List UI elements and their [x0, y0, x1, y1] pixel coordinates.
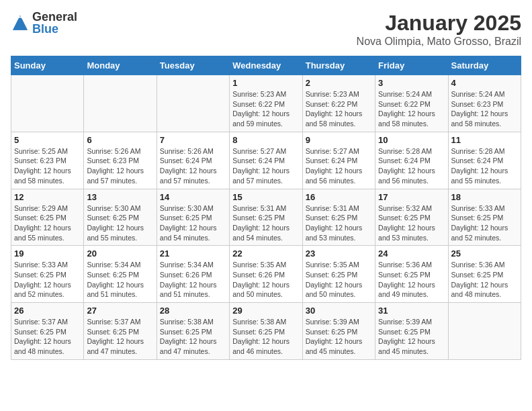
day-info: Sunrise: 5:29 AMSunset: 6:25 PMDaylight:…: [14, 203, 81, 243]
title-block: January 2025 Nova Olimpia, Mato Grosso, …: [357, 11, 521, 48]
logo-icon: [11, 13, 30, 32]
day-cell-25: 25Sunrise: 5:36 AMSunset: 6:25 PMDayligh…: [448, 246, 521, 303]
day-info: Sunrise: 5:27 AMSunset: 6:24 PMDaylight:…: [306, 146, 372, 186]
logo: General Blue: [11, 11, 77, 35]
day-number: 1: [232, 78, 299, 88]
day-number: 16: [306, 192, 372, 202]
day-cell-29: 29Sunrise: 5:38 AMSunset: 6:25 PMDayligh…: [230, 303, 302, 360]
day-info: Sunrise: 5:38 AMSunset: 6:25 PMDaylight:…: [160, 317, 226, 357]
day-info: Sunrise: 5:30 AMSunset: 6:25 PMDaylight:…: [87, 203, 153, 243]
day-info: Sunrise: 5:35 AMSunset: 6:25 PMDaylight:…: [306, 260, 372, 300]
day-cell-21: 21Sunrise: 5:34 AMSunset: 6:26 PMDayligh…: [157, 246, 229, 303]
day-number: 31: [378, 306, 445, 316]
day-cell-23: 23Sunrise: 5:35 AMSunset: 6:25 PMDayligh…: [302, 246, 375, 303]
weekday-wednesday: Wednesday: [230, 56, 302, 75]
day-info: Sunrise: 5:36 AMSunset: 6:25 PMDaylight:…: [378, 260, 445, 300]
day-info: Sunrise: 5:24 AMSunset: 6:23 PMDaylight:…: [451, 89, 518, 129]
day-cell-13: 13Sunrise: 5:30 AMSunset: 6:25 PMDayligh…: [84, 189, 157, 246]
day-info: Sunrise: 5:38 AMSunset: 6:25 PMDaylight:…: [232, 317, 299, 357]
day-number: 15: [232, 192, 299, 202]
day-info: Sunrise: 5:33 AMSunset: 6:25 PMDaylight:…: [451, 203, 518, 243]
weekday-tuesday: Tuesday: [157, 56, 229, 75]
day-info: Sunrise: 5:36 AMSunset: 6:25 PMDaylight:…: [451, 260, 518, 300]
day-number: 5: [14, 135, 81, 145]
day-number: 10: [378, 135, 445, 145]
day-cell-8: 8Sunrise: 5:27 AMSunset: 6:24 PMDaylight…: [230, 132, 302, 189]
weekday-sunday: Sunday: [11, 56, 84, 75]
day-info: Sunrise: 5:27 AMSunset: 6:24 PMDaylight:…: [232, 146, 299, 186]
day-info: Sunrise: 5:24 AMSunset: 6:22 PMDaylight:…: [378, 89, 445, 129]
day-cell-26: 26Sunrise: 5:37 AMSunset: 6:25 PMDayligh…: [11, 303, 84, 360]
day-number: 24: [378, 248, 445, 259]
calendar-header: SundayMondayTuesdayWednesdayThursdayFrid…: [11, 56, 521, 75]
weekday-header-row: SundayMondayTuesdayWednesdayThursdayFrid…: [11, 56, 521, 75]
weekday-friday: Friday: [375, 56, 448, 75]
day-cell-12: 12Sunrise: 5:29 AMSunset: 6:25 PMDayligh…: [11, 189, 84, 246]
day-info: Sunrise: 5:35 AMSunset: 6:26 PMDaylight:…: [232, 260, 299, 300]
calendar-table: SundayMondayTuesdayWednesdayThursdayFrid…: [11, 56, 521, 360]
day-cell-28: 28Sunrise: 5:38 AMSunset: 6:25 PMDayligh…: [157, 303, 229, 360]
day-number: 9: [306, 135, 372, 145]
day-info: Sunrise: 5:39 AMSunset: 6:25 PMDaylight:…: [306, 317, 372, 357]
day-info: Sunrise: 5:33 AMSunset: 6:25 PMDaylight:…: [14, 260, 81, 300]
calendar-title: January 2025: [357, 11, 521, 36]
empty-cell: [11, 75, 84, 132]
day-number: 7: [160, 135, 226, 145]
empty-cell: [84, 75, 157, 132]
day-number: 29: [232, 306, 299, 316]
day-number: 20: [87, 248, 153, 259]
day-info: Sunrise: 5:23 AMSunset: 6:22 PMDaylight:…: [232, 89, 299, 129]
day-cell-3: 3Sunrise: 5:24 AMSunset: 6:22 PMDaylight…: [375, 75, 448, 132]
logo-general: General: [32, 11, 77, 23]
empty-cell: [157, 75, 229, 132]
day-cell-7: 7Sunrise: 5:26 AMSunset: 6:24 PMDaylight…: [157, 132, 229, 189]
day-info: Sunrise: 5:30 AMSunset: 6:25 PMDaylight:…: [160, 203, 226, 243]
day-cell-15: 15Sunrise: 5:31 AMSunset: 6:25 PMDayligh…: [230, 189, 302, 246]
day-info: Sunrise: 5:25 AMSunset: 6:23 PMDaylight:…: [14, 146, 81, 186]
weekday-monday: Monday: [84, 56, 157, 75]
day-number: 21: [160, 248, 226, 259]
day-info: Sunrise: 5:37 AMSunset: 6:25 PMDaylight:…: [14, 317, 81, 357]
day-number: 19: [14, 248, 81, 259]
day-cell-5: 5Sunrise: 5:25 AMSunset: 6:23 PMDaylight…: [11, 132, 84, 189]
day-number: 4: [451, 78, 518, 88]
day-cell-4: 4Sunrise: 5:24 AMSunset: 6:23 PMDaylight…: [448, 75, 521, 132]
day-cell-9: 9Sunrise: 5:27 AMSunset: 6:24 PMDaylight…: [302, 132, 375, 189]
empty-cell: [448, 303, 521, 360]
day-cell-18: 18Sunrise: 5:33 AMSunset: 6:25 PMDayligh…: [448, 189, 521, 246]
day-cell-19: 19Sunrise: 5:33 AMSunset: 6:25 PMDayligh…: [11, 246, 84, 303]
weekday-saturday: Saturday: [448, 56, 521, 75]
day-number: 17: [378, 192, 445, 202]
logo-text: General Blue: [32, 11, 77, 35]
day-info: Sunrise: 5:28 AMSunset: 6:24 PMDaylight:…: [378, 146, 445, 186]
day-number: 26: [14, 306, 81, 316]
day-cell-22: 22Sunrise: 5:35 AMSunset: 6:26 PMDayligh…: [230, 246, 302, 303]
day-cell-2: 2Sunrise: 5:23 AMSunset: 6:22 PMDaylight…: [302, 75, 375, 132]
day-number: 30: [306, 306, 372, 316]
day-cell-20: 20Sunrise: 5:34 AMSunset: 6:25 PMDayligh…: [84, 246, 157, 303]
day-number: 18: [451, 192, 518, 202]
day-number: 22: [232, 248, 299, 259]
day-cell-10: 10Sunrise: 5:28 AMSunset: 6:24 PMDayligh…: [375, 132, 448, 189]
calendar-body: 1Sunrise: 5:23 AMSunset: 6:22 PMDaylight…: [11, 75, 521, 360]
day-info: Sunrise: 5:34 AMSunset: 6:25 PMDaylight:…: [87, 260, 153, 300]
day-info: Sunrise: 5:23 AMSunset: 6:22 PMDaylight:…: [306, 89, 372, 129]
day-number: 28: [160, 306, 226, 316]
day-cell-17: 17Sunrise: 5:32 AMSunset: 6:25 PMDayligh…: [375, 189, 448, 246]
day-cell-1: 1Sunrise: 5:23 AMSunset: 6:22 PMDaylight…: [230, 75, 302, 132]
week-row-3: 12Sunrise: 5:29 AMSunset: 6:25 PMDayligh…: [11, 189, 521, 246]
week-row-5: 26Sunrise: 5:37 AMSunset: 6:25 PMDayligh…: [11, 303, 521, 360]
logo-blue: Blue: [32, 23, 77, 35]
day-number: 23: [306, 248, 372, 259]
day-cell-11: 11Sunrise: 5:28 AMSunset: 6:24 PMDayligh…: [448, 132, 521, 189]
day-number: 3: [378, 78, 445, 88]
day-info: Sunrise: 5:32 AMSunset: 6:25 PMDaylight:…: [378, 203, 445, 243]
day-info: Sunrise: 5:26 AMSunset: 6:23 PMDaylight:…: [87, 146, 153, 186]
day-info: Sunrise: 5:31 AMSunset: 6:25 PMDaylight:…: [232, 203, 299, 243]
svg-marker-0: [13, 16, 28, 30]
week-row-4: 19Sunrise: 5:33 AMSunset: 6:25 PMDayligh…: [11, 246, 521, 303]
day-number: 8: [232, 135, 299, 145]
day-number: 25: [451, 248, 518, 259]
day-number: 6: [87, 135, 153, 145]
week-row-1: 1Sunrise: 5:23 AMSunset: 6:22 PMDaylight…: [11, 75, 521, 132]
